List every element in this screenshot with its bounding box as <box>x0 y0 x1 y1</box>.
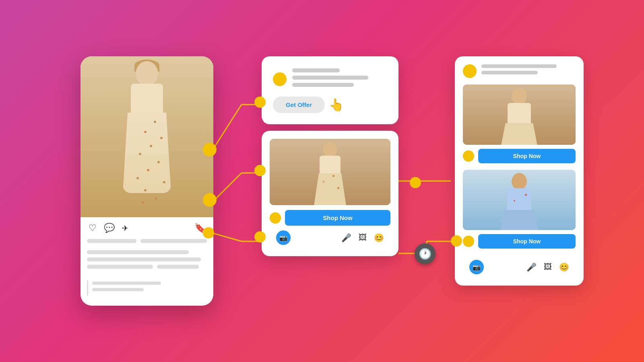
offer-card: Get Offer 👆 <box>262 56 398 124</box>
heart-icon[interactable]: ♡ <box>89 223 97 233</box>
product1-dot <box>463 150 474 162</box>
connector-dot-2 <box>203 193 217 207</box>
product-1: Shop Now <box>463 84 576 163</box>
right-mic-icon[interactable]: 🎤 <box>526 262 537 272</box>
get-offer-button[interactable]: Get Offer <box>273 97 325 113</box>
instagram-post-card: ♡ 💬 ✈ 🔖 <box>80 56 213 306</box>
mic-icon[interactable]: 🎤 <box>341 233 351 243</box>
shop-product-photo <box>270 139 390 205</box>
right-card-bottom: 📷 🎤 🖼 😊 <box>463 255 576 278</box>
clock-symbol: 🕐 <box>419 248 431 260</box>
right-sticker-icon[interactable]: 😊 <box>559 262 569 272</box>
product-2: Shop Now <box>463 170 576 249</box>
svg-line-4 <box>213 233 242 241</box>
product-photo-2 <box>463 170 576 230</box>
clock-icon: 🕐 <box>415 243 436 264</box>
right-header <box>463 64 576 78</box>
shop-now-button-right-2[interactable]: Shop Now <box>478 234 576 249</box>
shop-dot <box>270 212 281 224</box>
card-bottom: 📷 🎤 🖼 😊 <box>270 226 390 248</box>
post-actions: ♡ 💬 ✈ 🔖 <box>80 217 213 239</box>
post-comments <box>80 280 213 296</box>
right-camera-button[interactable]: 📷 <box>469 260 484 274</box>
sticker-icon[interactable]: 😊 <box>374 233 384 243</box>
comment-icon[interactable]: 💬 <box>104 223 115 233</box>
shop-now-button-right-1[interactable]: Shop Now <box>478 149 576 163</box>
post-photo <box>80 56 213 217</box>
svg-line-0 <box>213 105 242 149</box>
offer-dot <box>273 72 287 86</box>
connector-dot-r2 <box>451 235 462 247</box>
right-gallery-icon[interactable]: 🖼 <box>544 262 552 272</box>
middle-panel: Get Offer 👆 Shop Now <box>262 56 398 256</box>
connector-dot-3 <box>203 227 214 239</box>
connector-dot-m3 <box>254 231 266 243</box>
shop-card: Shop Now 📷 🎤 🖼 😊 <box>262 131 398 256</box>
right-card: Shop Now Shop Now <box>455 56 584 286</box>
right-panel: Shop Now Shop Now <box>455 56 584 286</box>
share-icon[interactable]: ✈ <box>122 224 128 233</box>
dress-image <box>80 56 213 217</box>
camera-button[interactable]: 📷 <box>276 230 291 245</box>
product2-dot <box>463 236 474 247</box>
cursor-icon: 👆 <box>329 98 344 112</box>
connector-dot-1 <box>203 143 217 156</box>
svg-line-2 <box>213 173 242 201</box>
connector-dot-m1 <box>254 97 266 108</box>
header-dot <box>463 64 477 78</box>
post-text <box>80 239 213 278</box>
connector-dot-r1 <box>410 177 421 188</box>
gallery-icon[interactable]: 🖼 <box>359 233 367 243</box>
connector-dot-m2 <box>254 165 266 176</box>
shop-now-button-middle[interactable]: Shop Now <box>285 210 390 226</box>
product-photo-1 <box>463 84 576 145</box>
